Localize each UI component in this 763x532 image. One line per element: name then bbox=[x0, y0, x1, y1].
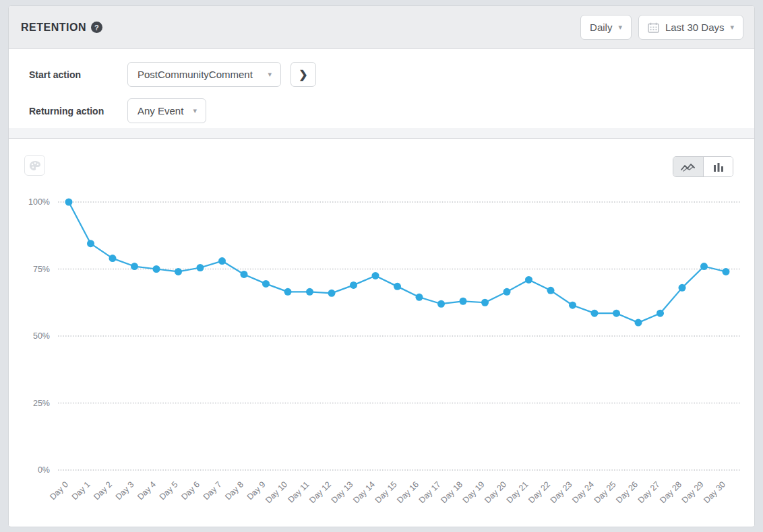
x-axis-tick: Day 10 bbox=[264, 479, 289, 505]
start-action-row: Start action PostCommunityComment ▾ ❯ bbox=[29, 62, 754, 87]
filters-section: Start action PostCommunityComment ▾ ❯ Re… bbox=[9, 49, 754, 128]
report-header: RETENTION ? Daily ▾ Last 30 Days ▾ bbox=[9, 6, 754, 49]
x-axis-tick: Day 1 bbox=[70, 479, 92, 502]
x-axis-tick: Day 8 bbox=[223, 479, 245, 502]
retention-line bbox=[69, 202, 726, 323]
chevron-down-icon: ▾ bbox=[618, 24, 622, 31]
data-point-day-23[interactable] bbox=[569, 302, 576, 309]
data-point-day-7[interactable] bbox=[218, 257, 226, 265]
data-point-day-18[interactable] bbox=[460, 298, 467, 305]
segment-color-button[interactable] bbox=[24, 155, 45, 176]
data-point-day-17[interactable] bbox=[437, 300, 445, 308]
granularity-value: Daily bbox=[590, 22, 612, 33]
data-point-day-13[interactable] bbox=[350, 281, 357, 289]
data-point-day-1[interactable] bbox=[87, 240, 94, 247]
retention-report-card: RETENTION ? Daily ▾ Last 30 Days ▾ bbox=[8, 5, 755, 527]
x-axis-tick: Day 13 bbox=[330, 479, 355, 505]
x-axis-tick: Day 24 bbox=[570, 479, 596, 505]
y-axis-tick: 25% bbox=[33, 399, 50, 408]
x-axis-tick: Day 25 bbox=[592, 479, 618, 505]
line-chart-toggle[interactable] bbox=[673, 157, 703, 176]
data-point-day-14[interactable] bbox=[372, 272, 379, 279]
chart-type-toggle bbox=[673, 156, 733, 177]
data-point-day-28[interactable] bbox=[679, 284, 686, 292]
data-point-day-11[interactable] bbox=[306, 288, 313, 296]
y-axis-tick: 0% bbox=[38, 465, 50, 475]
date-range-value: Last 30 Days bbox=[665, 22, 725, 33]
chevron-right-icon: ❯ bbox=[299, 68, 307, 81]
y-axis-tick: 50% bbox=[33, 331, 50, 341]
x-axis-tick: Day 0 bbox=[48, 479, 70, 502]
x-axis-tick: Day 21 bbox=[505, 479, 530, 505]
data-point-day-10[interactable] bbox=[284, 288, 292, 296]
date-range-dropdown[interactable]: Last 30 Days ▾ bbox=[638, 15, 743, 40]
next-step-button[interactable]: ❯ bbox=[291, 62, 316, 87]
x-axis-tick: Day 30 bbox=[702, 479, 727, 505]
x-axis-tick: Day 6 bbox=[179, 479, 202, 502]
x-axis-tick: Day 14 bbox=[351, 479, 377, 505]
x-axis-tick: Day 22 bbox=[526, 479, 552, 505]
returning-action-value: Any Event bbox=[138, 105, 183, 117]
x-axis-tick: Day 11 bbox=[286, 479, 311, 504]
returning-action-dropdown[interactable]: Any Event ▾ bbox=[127, 98, 206, 123]
chevron-down-icon: ▾ bbox=[268, 71, 272, 78]
palette-icon bbox=[29, 160, 41, 171]
x-axis-tick: Day 7 bbox=[202, 479, 224, 502]
data-point-day-0[interactable] bbox=[65, 199, 73, 206]
data-point-day-30[interactable] bbox=[723, 268, 730, 275]
x-axis-tick: Day 15 bbox=[373, 479, 399, 505]
data-point-day-6[interactable] bbox=[197, 264, 204, 271]
x-axis-tick: Day 27 bbox=[636, 479, 662, 505]
data-point-day-27[interactable] bbox=[657, 310, 664, 317]
data-point-day-21[interactable] bbox=[525, 276, 532, 284]
data-point-day-24[interactable] bbox=[591, 310, 599, 317]
x-axis-tick: Day 3 bbox=[114, 479, 136, 502]
x-axis-tick: Day 16 bbox=[395, 479, 421, 505]
returning-action-row: Returning action Any Event ▾ bbox=[29, 98, 754, 123]
data-point-day-15[interactable] bbox=[394, 283, 401, 290]
data-point-day-2[interactable] bbox=[109, 255, 117, 262]
x-axis-tick: Day 19 bbox=[461, 479, 487, 505]
page-title: RETENTION bbox=[21, 22, 86, 34]
section-divider bbox=[9, 128, 754, 139]
data-point-day-8[interactable] bbox=[241, 271, 248, 278]
data-point-day-3[interactable] bbox=[131, 263, 138, 270]
x-axis-tick: Day 28 bbox=[658, 479, 683, 505]
x-axis-tick: Day 12 bbox=[307, 479, 333, 505]
data-point-day-9[interactable] bbox=[262, 280, 270, 288]
chevron-down-icon: ▾ bbox=[730, 24, 734, 31]
x-axis-tick: Day 2 bbox=[92, 479, 114, 502]
start-action-dropdown[interactable]: PostCommunityComment ▾ bbox=[127, 62, 281, 87]
data-point-day-25[interactable] bbox=[613, 310, 620, 317]
help-icon[interactable]: ? bbox=[91, 22, 102, 33]
data-point-day-22[interactable] bbox=[547, 287, 555, 294]
data-point-day-20[interactable] bbox=[503, 288, 511, 296]
bar-chart-icon bbox=[713, 162, 724, 172]
chart-section: 100%75%50%25%0%Day 0Day 1Day 2Day 3Day 4… bbox=[9, 139, 754, 526]
data-point-day-5[interactable] bbox=[175, 268, 182, 275]
returning-action-label: Returning action bbox=[29, 106, 127, 117]
x-axis-tick: Day 20 bbox=[483, 479, 508, 505]
data-point-day-29[interactable] bbox=[700, 263, 708, 270]
chevron-down-icon: ▾ bbox=[193, 107, 197, 114]
data-point-day-4[interactable] bbox=[153, 265, 160, 273]
data-point-day-19[interactable] bbox=[481, 299, 489, 306]
start-action-label: Start action bbox=[29, 69, 127, 80]
data-point-day-16[interactable] bbox=[416, 294, 423, 301]
calendar-icon bbox=[648, 22, 659, 33]
x-axis-tick: Day 23 bbox=[549, 479, 574, 505]
data-point-day-26[interactable] bbox=[635, 319, 642, 327]
bar-chart-toggle[interactable] bbox=[703, 157, 733, 176]
x-axis-tick: Day 26 bbox=[614, 479, 640, 505]
y-axis-tick: 100% bbox=[28, 197, 50, 207]
x-axis-tick: Day 5 bbox=[158, 479, 180, 502]
x-axis-tick: Day 29 bbox=[680, 479, 706, 505]
x-axis-tick: Day 17 bbox=[417, 479, 443, 505]
data-point-day-12[interactable] bbox=[328, 290, 336, 297]
x-axis-tick: Day 18 bbox=[439, 479, 464, 505]
x-axis-tick: Day 4 bbox=[135, 479, 158, 502]
granularity-dropdown[interactable]: Daily ▾ bbox=[580, 15, 632, 40]
retention-chart: 100%75%50%25%0%Day 0Day 1Day 2Day 3Day 4… bbox=[9, 139, 755, 526]
line-chart-icon bbox=[681, 162, 696, 172]
start-action-value: PostCommunityComment bbox=[138, 69, 253, 80]
